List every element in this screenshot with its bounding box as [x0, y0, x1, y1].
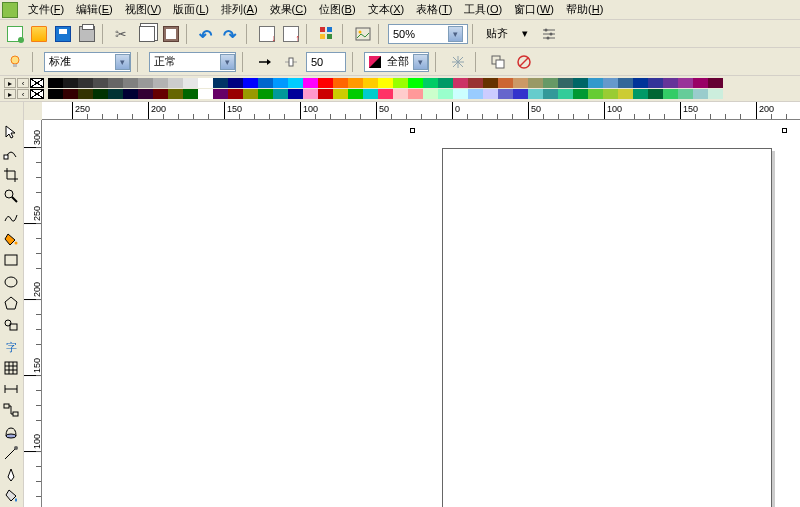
- color-swatch[interactable]: [573, 89, 588, 99]
- outline-tool[interactable]: [1, 465, 21, 484]
- palette-prev-icon[interactable]: ‹: [17, 78, 29, 88]
- color-swatch[interactable]: [663, 78, 678, 88]
- color-swatch[interactable]: [243, 89, 258, 99]
- color-swatch[interactable]: [108, 89, 123, 99]
- open-button[interactable]: [28, 23, 50, 45]
- color-swatch[interactable]: [228, 89, 243, 99]
- menu-text[interactable]: 文本(X): [362, 0, 411, 19]
- color-swatch[interactable]: [213, 78, 228, 88]
- color-swatch[interactable]: [198, 78, 213, 88]
- color-swatch[interactable]: [48, 78, 63, 88]
- paste-button[interactable]: [160, 23, 182, 45]
- color-swatch[interactable]: [663, 89, 678, 99]
- color-swatch[interactable]: [78, 89, 93, 99]
- color-swatch[interactable]: [258, 78, 273, 88]
- color-swatch[interactable]: [288, 89, 303, 99]
- color-swatch[interactable]: [708, 78, 723, 88]
- color-swatch[interactable]: [528, 89, 543, 99]
- color-swatch[interactable]: [273, 78, 288, 88]
- color-swatch[interactable]: [528, 78, 543, 88]
- dimension-tool[interactable]: [1, 379, 21, 398]
- color-swatch[interactable]: [93, 89, 108, 99]
- color-swatch[interactable]: [453, 89, 468, 99]
- crop-tool[interactable]: [1, 165, 21, 184]
- color-swatch[interactable]: [63, 78, 78, 88]
- connector-tool[interactable]: [1, 401, 21, 420]
- no-color-swatch[interactable]: [30, 78, 44, 88]
- color-swatch[interactable]: [138, 78, 153, 88]
- menu-edit[interactable]: 编辑(E): [70, 0, 119, 19]
- app-launcher-button[interactable]: [316, 23, 338, 45]
- clear-button[interactable]: [513, 51, 535, 73]
- guide-marker[interactable]: [410, 128, 415, 133]
- redo-button[interactable]: [220, 23, 242, 45]
- color-swatch[interactable]: [558, 89, 573, 99]
- color-swatch[interactable]: [483, 89, 498, 99]
- color-swatch[interactable]: [153, 89, 168, 99]
- basic-shapes-tool[interactable]: [1, 315, 21, 334]
- color-swatch[interactable]: [498, 89, 513, 99]
- menu-layout[interactable]: 版面(L): [167, 0, 214, 19]
- color-swatch[interactable]: [588, 89, 603, 99]
- options-button[interactable]: [538, 23, 560, 45]
- color-swatch[interactable]: [408, 78, 423, 88]
- palette-play-icon[interactable]: ▸: [4, 89, 16, 99]
- style-select[interactable]: 标准: [44, 52, 131, 72]
- color-swatch[interactable]: [258, 89, 273, 99]
- color-swatch[interactable]: [363, 78, 378, 88]
- horizontal-ruler[interactable]: 25020015010050050100150200: [42, 102, 800, 120]
- color-swatch[interactable]: [333, 78, 348, 88]
- menu-help[interactable]: 帮助(H): [560, 0, 609, 19]
- opacity-input[interactable]: 50: [306, 52, 346, 72]
- transparency-mode-button[interactable]: [254, 51, 276, 73]
- save-button[interactable]: [52, 23, 74, 45]
- color-swatch[interactable]: [168, 89, 183, 99]
- color-swatch[interactable]: [693, 78, 708, 88]
- page[interactable]: [442, 148, 772, 507]
- color-swatch[interactable]: [363, 89, 378, 99]
- color-swatch[interactable]: [108, 78, 123, 88]
- color-swatch[interactable]: [648, 89, 663, 99]
- welcome-button[interactable]: [352, 23, 374, 45]
- color-swatch[interactable]: [378, 89, 393, 99]
- color-swatch[interactable]: [393, 78, 408, 88]
- guide-marker[interactable]: [782, 128, 787, 133]
- color-swatch[interactable]: [318, 78, 333, 88]
- smart-fill-tool[interactable]: [1, 229, 21, 248]
- color-swatch[interactable]: [243, 78, 258, 88]
- copy-button[interactable]: [136, 23, 158, 45]
- snap-dropdown[interactable]: ▾: [514, 23, 536, 45]
- color-swatch[interactable]: [648, 78, 663, 88]
- rectangle-tool[interactable]: [1, 251, 21, 270]
- color-swatch[interactable]: [438, 89, 453, 99]
- table-tool[interactable]: [1, 358, 21, 377]
- color-swatch[interactable]: [513, 89, 528, 99]
- new-button[interactable]: [4, 23, 26, 45]
- color-swatch[interactable]: [408, 89, 423, 99]
- palette-prev-icon[interactable]: ‹: [17, 89, 29, 99]
- color-swatch[interactable]: [588, 78, 603, 88]
- color-swatch[interactable]: [288, 78, 303, 88]
- color-swatch[interactable]: [438, 78, 453, 88]
- cut-button[interactable]: [112, 23, 134, 45]
- color-swatch[interactable]: [483, 78, 498, 88]
- palette-play-icon[interactable]: ▸: [4, 78, 16, 88]
- zoom-tool[interactable]: [1, 186, 21, 205]
- color-swatch[interactable]: [678, 78, 693, 88]
- canvas[interactable]: [42, 120, 800, 507]
- menu-file[interactable]: 文件(F): [22, 0, 70, 19]
- color-swatch[interactable]: [348, 89, 363, 99]
- polygon-tool[interactable]: [1, 294, 21, 313]
- color-swatch[interactable]: [513, 78, 528, 88]
- color-swatch[interactable]: [633, 78, 648, 88]
- color-swatch[interactable]: [543, 78, 558, 88]
- slider-button[interactable]: [280, 51, 302, 73]
- color-swatch[interactable]: [468, 89, 483, 99]
- menu-bitmap[interactable]: 位图(B): [313, 0, 362, 19]
- undo-button[interactable]: [196, 23, 218, 45]
- shape-tool[interactable]: [1, 143, 21, 162]
- import-button[interactable]: [256, 23, 278, 45]
- color-swatch[interactable]: [93, 78, 108, 88]
- color-swatch[interactable]: [138, 89, 153, 99]
- color-swatch[interactable]: [603, 89, 618, 99]
